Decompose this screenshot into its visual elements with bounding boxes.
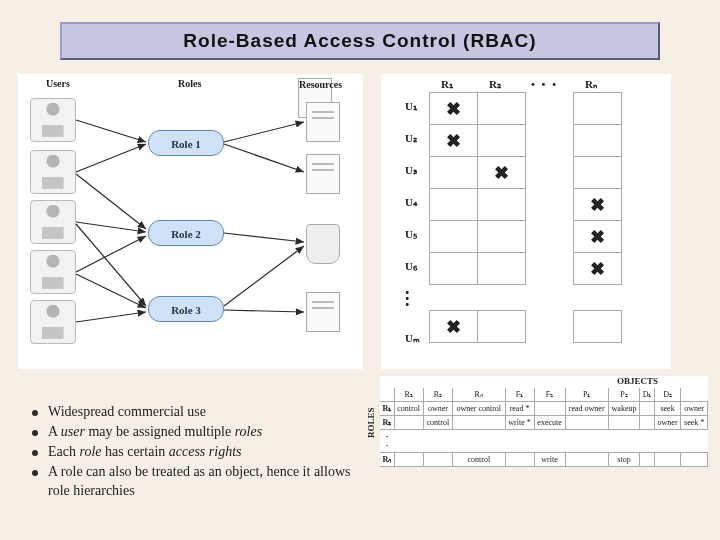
svg-line-8 [224,122,304,142]
col-head: R₁ [394,388,423,402]
row-head: R₂ [380,416,394,430]
col-head: F₂ [534,388,565,402]
x-mark-icon: ✖ [590,227,605,247]
bullet-text: A role can also be treated as an object,… [48,463,362,501]
user-role-matrix: R₁ R₂ • • • Rₙ U₁ U₂ U₃ U₄ U₅ U₆ ··· Uₘ … [381,74,671,369]
row-head: U₃ [405,164,417,177]
col-head: • • • [531,78,558,90]
bullet-text: A user may be assigned multiple roles [48,423,262,442]
bullet-icon [32,430,38,436]
col-head: D₁ [640,388,655,402]
objects-label: OBJECTS [380,376,708,388]
cell: seek * [681,416,708,430]
x-mark-icon: ✖ [590,259,605,279]
page-title: Role-Based Access Control (RBAC) [183,30,536,51]
role-objects-table: OBJECTS ROLES R₁R₂RₙF₁F₂P₁P₂D₁D₂R₁contro… [380,376,708,467]
roles-label: ROLES [366,407,376,438]
cell [534,402,565,416]
cell: control [453,453,505,467]
cell [423,453,452,467]
cell [681,453,708,467]
row-head: U₆ [405,260,417,273]
row-head: U₂ [405,132,417,145]
cell: execute [534,416,565,430]
cell [394,453,423,467]
col-head: Rₙ [585,78,597,91]
svg-line-1 [76,144,146,172]
cell [453,416,505,430]
cell: control [394,402,423,416]
row-head: U₁ [405,100,417,113]
x-mark-icon: ✖ [446,99,461,119]
row-head: U₅ [405,228,417,241]
cell: owner control [453,402,505,416]
bullet-list: Widespread commercial useA user may be a… [32,402,362,501]
row-head: U₄ [405,196,417,209]
col-head: P₂ [608,388,640,402]
cell [505,453,534,467]
svg-line-11 [224,246,304,306]
svg-line-10 [224,233,304,242]
connector-arrows [18,74,363,369]
col-head: P₁ [565,388,608,402]
bullet-icon [32,450,38,456]
cell: read * [505,402,534,416]
cell: read owner [565,402,608,416]
col-head: R₂ [489,78,501,91]
x-mark-icon: ✖ [446,317,461,337]
col-head: Rₙ [453,388,505,402]
bullet-icon [32,470,38,476]
row-head: R₁ [380,402,394,416]
x-mark-icon: ✖ [446,131,461,151]
col-head: R₂ [423,388,452,402]
bullet-icon [32,410,38,416]
cell [565,453,608,467]
main-content: Users Roles Resources Role 1 Role 2 Role… [18,74,702,369]
cell [640,402,655,416]
cell [640,453,655,467]
col-head: R₁ [441,78,453,91]
users-roles-diagram: Users Roles Resources Role 1 Role 2 Role… [18,74,363,369]
svg-line-2 [76,174,146,229]
cell: owner [423,402,452,416]
svg-line-5 [76,236,146,272]
col-head: D₂ [654,388,680,402]
svg-line-0 [76,120,146,142]
row-head: Uₘ [405,332,420,345]
bullet-text: Each role has certain access rights [48,443,242,462]
cell: seek [654,402,680,416]
cell [654,453,680,467]
svg-line-12 [224,310,304,312]
cell [565,416,608,430]
row-head: Rₙ [380,453,394,467]
col-head: F₁ [505,388,534,402]
cell [394,416,423,430]
x-mark-icon: ✖ [494,163,509,183]
cell: owner [654,416,680,430]
bullet-text: Widespread commercial use [48,403,206,422]
cell: write [534,453,565,467]
svg-line-6 [76,274,146,308]
cell: wakeup [608,402,640,416]
x-mark-icon: ✖ [590,195,605,215]
svg-line-3 [76,222,146,232]
title-bar: Role-Based Access Control (RBAC) [60,22,660,60]
cell [608,416,640,430]
cell: write * [505,416,534,430]
cell: control [423,416,452,430]
cell: stop [608,453,640,467]
svg-line-9 [224,144,304,172]
cell [640,416,655,430]
svg-line-7 [76,312,146,322]
matrix-table: ✖✖✖✖✖✖✖ [429,92,622,343]
cell: owner [681,402,708,416]
svg-line-4 [76,224,146,306]
